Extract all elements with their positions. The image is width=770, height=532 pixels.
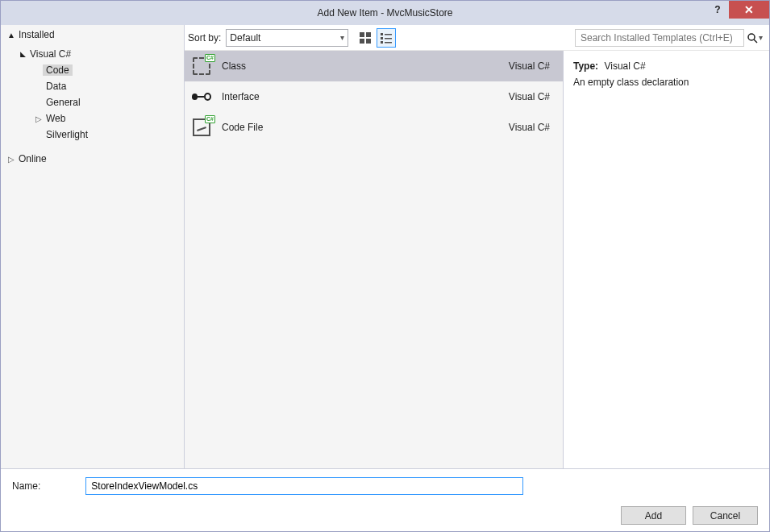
dialog-body: ▲ Installed ◢Visual C# Code Data General… bbox=[1, 25, 769, 468]
search-input[interactable] bbox=[575, 29, 744, 47]
grid-view-button[interactable] bbox=[356, 29, 374, 47]
name-row: Name: bbox=[12, 477, 758, 495]
codefile-icon: C# bbox=[189, 117, 214, 138]
spacer bbox=[35, 82, 43, 91]
template-language: Visual C# bbox=[509, 60, 550, 72]
sidebar-item-general[interactable]: General bbox=[1, 94, 184, 110]
list-view-button[interactable] bbox=[377, 29, 395, 47]
sidebar-item-label: General bbox=[43, 97, 84, 108]
template-class[interactable]: C#ClassVisual C# bbox=[185, 51, 563, 81]
svg-rect-7 bbox=[385, 38, 392, 39]
svg-rect-2 bbox=[360, 39, 364, 44]
spacer bbox=[35, 66, 43, 75]
template-name: Interface bbox=[222, 91, 509, 102]
interface-icon bbox=[189, 86, 214, 107]
svg-rect-4 bbox=[381, 33, 383, 35]
svg-rect-3 bbox=[366, 39, 371, 44]
titlebar[interactable]: Add New Item - MvcMusicStore ? ✕ bbox=[1, 1, 769, 25]
cancel-button[interactable]: Cancel bbox=[693, 506, 758, 525]
toolbar: Sort by: Default ▾ bbox=[185, 25, 769, 51]
main-lower: C#ClassVisual C#InterfaceVisual C#C#Code… bbox=[185, 51, 769, 468]
sidebar-item-label: Online bbox=[15, 153, 50, 164]
search-options-chevron[interactable]: ▾ bbox=[759, 33, 763, 42]
buttons-row: Add Cancel bbox=[12, 506, 758, 525]
svg-line-11 bbox=[754, 39, 757, 43]
chevron-right-icon[interactable]: ▷ bbox=[7, 155, 15, 164]
svg-rect-1 bbox=[366, 32, 371, 37]
svg-rect-6 bbox=[381, 37, 383, 39]
help-button[interactable]: ? bbox=[706, 1, 729, 19]
view-mode-toggle bbox=[356, 29, 395, 47]
sidebar-item-visual-c-[interactable]: ◢Visual C# bbox=[1, 46, 184, 62]
sidebar-item-label: Silverlight bbox=[43, 129, 91, 140]
template-language: Visual C# bbox=[509, 91, 550, 102]
svg-rect-9 bbox=[385, 42, 392, 44]
dialog-window: Add New Item - MvcMusicStore ? ✕ ▲ Insta… bbox=[0, 0, 770, 532]
sidebar-item-code[interactable]: Code bbox=[1, 62, 184, 78]
sortby-value: Default bbox=[230, 32, 260, 44]
add-button[interactable]: Add bbox=[621, 506, 686, 525]
info-panel: Type: Visual C# An empty class declarati… bbox=[564, 51, 769, 468]
template-name: Code File bbox=[222, 122, 509, 133]
close-button[interactable]: ✕ bbox=[729, 1, 769, 19]
search-wrap: ▾ bbox=[575, 29, 763, 47]
template-name: Class bbox=[222, 60, 509, 72]
sidebar-item-label: Code bbox=[43, 64, 73, 76]
svg-point-10 bbox=[748, 34, 755, 40]
sidebar-item-data[interactable]: Data bbox=[1, 78, 184, 94]
dialog-footer: Name: Add Cancel bbox=[1, 468, 769, 531]
svg-rect-8 bbox=[381, 41, 383, 44]
template-language: Visual C# bbox=[509, 122, 550, 133]
sidebar-item-web[interactable]: ▷Web bbox=[1, 110, 184, 127]
sidebar-item-label: Data bbox=[43, 81, 69, 92]
template-code-file[interactable]: C#Code FileVisual C# bbox=[185, 112, 563, 143]
sidebar-item-installed[interactable]: ▲ Installed bbox=[1, 27, 184, 43]
template-list: C#ClassVisual C#InterfaceVisual C#C#Code… bbox=[185, 51, 564, 468]
sortby-label: Sort by: bbox=[188, 32, 221, 44]
sidebar-header-label: Installed bbox=[15, 29, 58, 40]
search-icon[interactable] bbox=[744, 29, 760, 47]
titlebar-buttons: ? ✕ bbox=[706, 1, 769, 19]
chevron-right-icon[interactable]: ▷ bbox=[35, 114, 43, 123]
sidebar-item-label: Web bbox=[43, 113, 69, 124]
template-interface[interactable]: InterfaceVisual C# bbox=[185, 81, 563, 112]
category-tree: ◢Visual C# Code Data General▷Web Silverl… bbox=[1, 43, 184, 167]
info-type-row: Type: Visual C# bbox=[573, 60, 760, 72]
main-panel: Sort by: Default ▾ bbox=[185, 25, 769, 468]
spacer bbox=[35, 98, 43, 107]
info-description: An empty class declaration bbox=[573, 77, 760, 88]
name-input[interactable] bbox=[85, 477, 523, 495]
info-type-value: Visual C# bbox=[604, 60, 645, 72]
chevron-down-icon: ▾ bbox=[340, 33, 344, 42]
sortby-select[interactable]: Default ▾ bbox=[226, 29, 348, 47]
category-sidebar: ▲ Installed ◢Visual C# Code Data General… bbox=[1, 25, 185, 468]
sidebar-item-online[interactable]: ▷Online bbox=[1, 151, 184, 167]
svg-rect-5 bbox=[385, 34, 392, 35]
chevron-down-icon[interactable]: ◢ bbox=[19, 50, 27, 58]
chevron-down-icon[interactable]: ▲ bbox=[7, 31, 15, 39]
spacer bbox=[35, 131, 43, 139]
sidebar-item-silverlight[interactable]: Silverlight bbox=[1, 127, 184, 143]
name-label: Name: bbox=[12, 480, 40, 492]
svg-rect-0 bbox=[360, 32, 364, 37]
class-icon: C# bbox=[189, 56, 214, 77]
sidebar-item-label: Visual C# bbox=[27, 48, 74, 60]
info-type-label: Type: bbox=[573, 60, 598, 72]
window-title: Add New Item - MvcMusicStore bbox=[317, 7, 452, 19]
